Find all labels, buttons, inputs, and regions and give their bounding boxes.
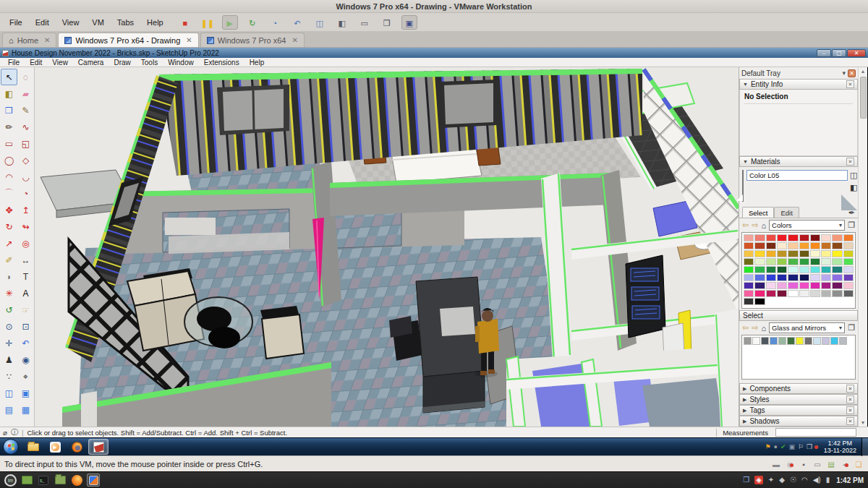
tool-rotate[interactable]: ↻	[1, 218, 17, 235]
color-swatch-48[interactable]	[832, 266, 842, 273]
show-desktop-button[interactable]	[861, 438, 868, 456]
back-icon[interactable]: ⇦	[742, 323, 749, 333]
color-swatch-3[interactable]	[777, 234, 787, 241]
tool-paint-bucket[interactable]: ◧	[1, 85, 17, 102]
vmware-toolbar-show-library[interactable]: ◧	[334, 15, 350, 30]
taskbar-windows-explorer[interactable]	[23, 439, 43, 455]
vmware-toolbar-unity-mode[interactable]: ▣	[401, 15, 417, 30]
tool-three-point-arc[interactable]: ⌒	[1, 185, 17, 202]
color-swatch-37[interactable]	[821, 258, 831, 265]
tray-volume-muted[interactable]: ♪	[815, 443, 819, 450]
tool-three-d-text[interactable]: A	[17, 285, 34, 301]
tray-vmware-tools[interactable]: ▣	[788, 443, 795, 450]
tool-pen-tool[interactable]: ✎	[17, 102, 34, 119]
tool-zoom-previous[interactable]: ↶	[17, 335, 34, 351]
color-swatch-57[interactable]	[821, 274, 831, 281]
tool-dimension[interactable]: ↔	[17, 252, 34, 268]
color-swatch-14[interactable]	[788, 242, 798, 249]
color-swatch-76[interactable]	[810, 290, 820, 297]
sketchup-menu-tools[interactable]: Tools	[136, 59, 163, 67]
sketchup-menu-draw[interactable]: Draw	[109, 59, 135, 67]
tool-protractor[interactable]: ◗	[1, 268, 17, 285]
tool-make-component[interactable]: ❒	[1, 102, 17, 119]
tray-sketchup-license[interactable]: ⚑	[765, 443, 770, 450]
color-swatch-38[interactable]	[832, 258, 842, 265]
vmware-menu-tabs[interactable]: Tabs	[111, 18, 140, 27]
color-swatch-24[interactable]	[788, 250, 798, 257]
color-swatch-52[interactable]	[766, 274, 776, 281]
tool-section-display[interactable]: ▣	[17, 385, 34, 401]
color-swatch-56[interactable]	[810, 274, 820, 281]
sketchup-menu-help[interactable]: Help	[244, 59, 270, 67]
sample-paint-icon[interactable]: ❐	[848, 221, 855, 230]
tool-position-camera[interactable]: ♟	[1, 351, 17, 368]
tool-select[interactable]: ↖	[1, 69, 17, 85]
color-swatch-73[interactable]	[777, 290, 787, 297]
display-secondary-icon[interactable]: ◫	[850, 171, 857, 180]
color-swatch-9[interactable]	[843, 234, 854, 241]
color-swatch-72[interactable]	[766, 290, 776, 297]
glass-swatch-6[interactable]	[796, 337, 804, 345]
taskbar-files[interactable]	[54, 474, 67, 487]
color-swatch-33[interactable]	[777, 258, 787, 265]
taskbar-firefox[interactable]	[70, 474, 83, 487]
device-cd-rom[interactable]: ◉	[785, 459, 795, 469]
eyedropper-icon[interactable]: ✒	[848, 208, 855, 218]
color-swatch-70[interactable]	[744, 290, 754, 297]
color-swatch-66[interactable]	[810, 282, 820, 289]
color-swatch-27[interactable]	[821, 250, 831, 257]
color-swatch-55[interactable]	[799, 274, 809, 281]
color-swatch-45[interactable]	[799, 266, 809, 273]
paint-bucket-icon[interactable]: ◧	[850, 183, 857, 192]
tool-target[interactable]: ⌖	[17, 368, 34, 385]
tool-rectangle[interactable]: ▭	[1, 135, 17, 152]
color-swatch-40[interactable]	[744, 266, 754, 273]
color-swatch-44[interactable]	[788, 266, 798, 273]
measurements-input[interactable]	[775, 428, 856, 437]
color-swatch-19[interactable]	[843, 242, 854, 249]
color-swatch-10[interactable]	[744, 242, 754, 249]
tool-zoom-window[interactable]: ⊡	[17, 318, 34, 335]
tray-update-manager[interactable]: ☉	[790, 476, 796, 484]
scroll-thumb[interactable]	[860, 77, 867, 119]
color-swatch-30[interactable]	[744, 258, 754, 265]
glass-swatch-2[interactable]	[761, 337, 769, 345]
tool-follow-me[interactable]: ↬	[17, 218, 34, 235]
vmware-toolbar-reset[interactable]: ↻	[244, 15, 260, 30]
back-icon[interactable]: ⇦	[742, 221, 749, 230]
glass-swatch-7[interactable]	[804, 337, 812, 345]
device-floppy[interactable]: ▪	[799, 459, 809, 469]
start-button[interactable]	[3, 439, 19, 455]
tray-volume[interactable]: ◀)	[813, 476, 821, 484]
pin-icon[interactable]: ▾	[842, 69, 846, 77]
color-swatch-29[interactable]	[843, 250, 854, 257]
color-swatch-21[interactable]	[754, 250, 765, 257]
vmware-toolbar-console-view[interactable]: ▭	[357, 15, 373, 30]
sample-paint-icon[interactable]: ❐	[848, 323, 855, 333]
section-close-icon[interactable]: ✕	[846, 417, 854, 425]
home-icon[interactable]: ⌂	[761, 324, 766, 333]
vmware-toolbar-fullscreen[interactable]: ❒	[379, 15, 395, 30]
section-close-icon[interactable]: ✕	[846, 406, 854, 414]
color-swatch-62[interactable]	[766, 282, 776, 289]
color-swatch-74[interactable]	[788, 290, 798, 297]
color-swatch-68[interactable]	[832, 282, 842, 289]
taskbar-windows-media-player[interactable]: ▶	[45, 439, 65, 455]
color-swatch-80[interactable]	[744, 298, 754, 305]
color-swatch-53[interactable]	[777, 274, 787, 281]
color-swatch-25[interactable]	[799, 250, 809, 257]
color-swatch-78[interactable]	[832, 290, 842, 297]
color-swatch-12[interactable]	[766, 242, 776, 249]
tray-vmware-tray[interactable]: ❐	[743, 476, 749, 484]
glass-swatch-9[interactable]	[822, 337, 830, 345]
minimize-button[interactable]: –	[817, 49, 831, 57]
color-swatch-61[interactable]	[754, 282, 765, 289]
scroll-down-icon[interactable]: ▼	[861, 419, 866, 427]
glass-swatch-0[interactable]	[744, 337, 752, 345]
glass-swatch-5[interactable]	[787, 337, 795, 345]
tab-select[interactable]: Select	[742, 207, 774, 218]
sketchup-menu-camera[interactable]: Camera	[73, 59, 109, 67]
color-swatch-59[interactable]	[843, 274, 854, 281]
tray-network[interactable]: ❐	[807, 443, 812, 450]
color-swatch-26[interactable]	[810, 250, 820, 257]
